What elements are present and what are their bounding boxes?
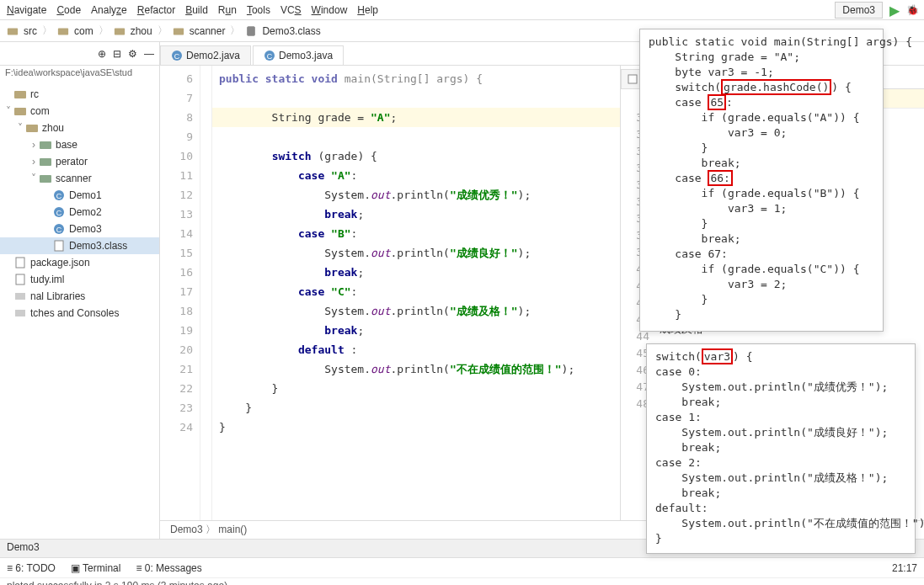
svg-rect-20 [15,293,25,300]
svg-rect-2 [115,28,125,35]
svg-rect-6 [14,108,26,115]
pkg-icon [39,138,52,152]
tree-item-base[interactable]: ›base [0,136,159,153]
tree-item-demo3-class[interactable]: Demo3.class [0,237,159,254]
tree-label: zhou [42,122,64,134]
menu-bar: NNavigateavigate Code Analyze Refactor B… [0,0,924,20]
tab-demo3[interactable]: C Demo3.java [253,45,344,65]
menu-window[interactable]: Window [312,4,348,16]
status-todo[interactable]: ≡ 6: TODO [7,562,56,574]
chevron-icon[interactable]: › [29,139,39,151]
crumb-class[interactable]: Demo3 [170,524,203,535]
folder-icon [25,121,39,135]
left-editor[interactable]: 6789101112131415161718192021222324 publi… [160,66,621,520]
folder-icon [13,88,27,101]
chevron-icon[interactable]: ˅ [3,105,13,117]
folder-icon [7,25,19,37]
status-terminal[interactable]: ▣ Terminal [71,562,120,574]
collapse-icon[interactable]: ⊟ [113,48,121,60]
cursor-position: 21:17 [892,562,917,574]
svg-text:C: C [56,209,62,217]
folder-icon [57,25,69,37]
tree-label: Demo2 [69,206,102,218]
breadcrumb-com[interactable]: com [74,25,93,37]
tree-label: perator [56,156,88,168]
status-bar: ≡ 6: TODO ▣ Terminal ≡ 0: Messages 21:17 [0,557,924,577]
breadcrumb-zhou[interactable]: zhou [131,25,152,37]
breadcrumb-file[interactable]: Demo3.class [262,25,320,37]
crumb-method[interactable]: main() [218,524,247,535]
tree-item-zhou[interactable]: ˅zhou [0,120,159,136]
svg-rect-3 [174,28,184,35]
svg-rect-5 [14,91,26,98]
tree-label: Demo1 [69,189,102,201]
tree-item-demo2[interactable]: CDemo2 [0,204,159,221]
file-icon [13,273,27,286]
tree-label: Demo3.class [69,240,127,252]
folder-icon [114,25,126,37]
menu-vcs[interactable]: VCS [280,4,302,16]
chevron-icon[interactable]: ˅ [29,173,39,184]
class-icon: C [52,205,66,219]
menu-run[interactable]: Run [218,4,237,16]
tree-item-tudy-iml[interactable]: tudy.iml [0,271,159,288]
gear-icon[interactable]: ⚙ [128,48,137,60]
file-icon [13,256,27,269]
project-path: F:\idea\workspace\javaSE\stud [0,66,159,84]
code-content[interactable]: public static void main(String[] args) {… [212,66,620,520]
tree-item-tches-and-consoles[interactable]: tches and Consoles [0,305,159,322]
build-message: pleted successfully in 2 s 190 ms (3 min… [0,577,924,585]
breadcrumb-scanner[interactable]: scanner [190,25,226,37]
chevron-icon[interactable]: › [29,156,39,168]
menu-build[interactable]: Build [185,4,208,16]
tree-label: rc [30,88,39,100]
menu-analyze[interactable]: Analyze [91,4,127,16]
svg-rect-10 [40,175,51,183]
pkg-icon [39,155,52,168]
tree-item-perator[interactable]: ›perator [0,153,159,170]
line-gutter: 6789101112131415161718192021222324 [160,66,200,520]
tree-label: scanner [56,173,92,184]
svg-rect-8 [40,141,51,149]
tree-item-rc[interactable]: rc [0,86,159,103]
tree-label: base [56,139,77,151]
tree-item-com[interactable]: ˅com [0,103,159,120]
file-icon [52,239,66,253]
menu-code[interactable]: Code [56,4,81,16]
tree-item-demo3[interactable]: CDemo3 [0,221,159,237]
tab-demo2[interactable]: C Demo2.java [160,45,251,65]
menu-navigate[interactable]: NNavigateavigate [7,4,46,16]
tab-label: Demo3.java [279,50,333,61]
tree-item-scanner[interactable]: ˅scanner [0,170,159,187]
svg-rect-9 [40,158,51,166]
tree-item-nal-libraries[interactable]: nal Libraries [0,288,159,305]
svg-rect-7 [26,125,38,132]
fold-column [200,66,212,520]
svg-rect-19 [16,274,24,285]
expand-icon[interactable]: ⊕ [98,48,106,60]
status-messages[interactable]: ≡ 0: Messages [136,562,201,574]
menu-refactor[interactable]: Refactor [137,4,175,16]
class-icon: C [52,222,66,236]
pkg-icon [39,172,52,185]
tree-item-demo1[interactable]: CDemo1 [0,187,159,204]
config-dropdown[interactable]: Demo3 [835,2,883,19]
debug-button[interactable]: 🐞 [906,4,919,16]
tree-item-package-json[interactable]: package.json [0,254,159,271]
lib-icon [13,306,27,320]
tree-label: Demo3 [69,223,102,235]
svg-text:C: C [56,226,62,234]
project-tree: rc˅com˅zhou›base›perator˅scannerCDemo1CD… [0,84,159,323]
hide-icon[interactable]: — [144,48,154,60]
svg-text:C: C [174,52,180,61]
menu-tools[interactable]: Tools [247,4,270,16]
menu-help[interactable]: Help [357,4,378,16]
decompiled-popup-1: public static void main(String[] args) {… [639,29,884,332]
run-button[interactable]: ▶ [889,3,900,19]
class-icon: C [52,189,66,202]
decompiled-popup-2: switch(var3) { case 0: System.out.printl… [646,343,916,554]
breadcrumb-src[interactable]: src [24,25,37,37]
svg-rect-0 [8,28,18,35]
chevron-icon[interactable]: ˅ [15,122,25,134]
svg-rect-17 [55,241,63,251]
